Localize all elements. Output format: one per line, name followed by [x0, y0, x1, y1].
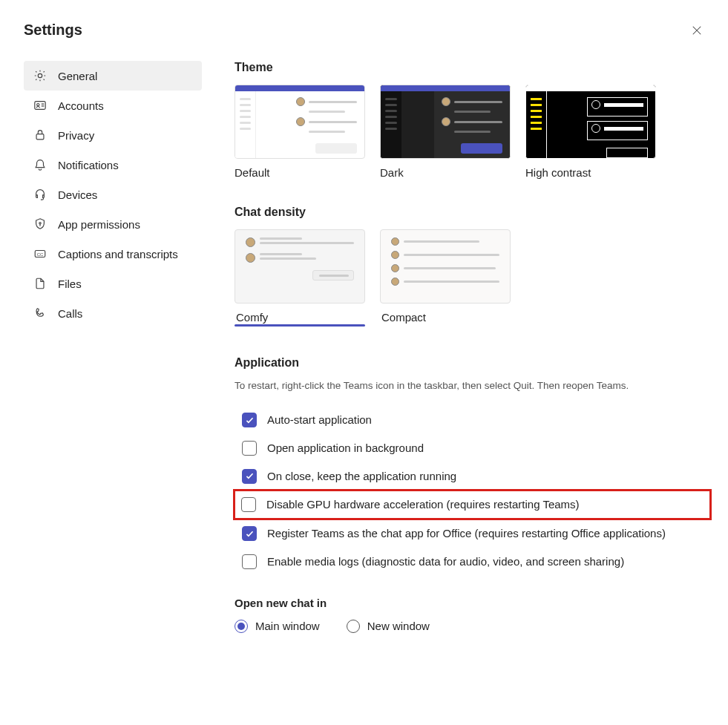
cc-icon: CC — [33, 246, 47, 261]
radio-icon — [235, 620, 248, 633]
application-section-title: Application — [235, 356, 710, 370]
checkbox-auto-start[interactable]: Auto-start application — [235, 406, 710, 434]
theme-option-dark[interactable]: Dark — [380, 85, 511, 179]
density-option-comfy[interactable]: Comfy — [235, 229, 365, 324]
density-label: Comfy — [235, 311, 365, 324]
settings-sidebar: General Accounts Privacy Notifications D… — [24, 61, 202, 633]
bell-icon — [33, 157, 47, 172]
id-card-icon — [33, 98, 47, 113]
theme-preview-high-contrast — [525, 85, 656, 159]
open-new-chat-title: Open new chat in — [235, 597, 710, 609]
checkbox-open-background[interactable]: Open application in background — [235, 434, 710, 462]
density-preview-compact — [380, 229, 511, 304]
sidebar-item-captions[interactable]: CC Captions and transcripts — [24, 239, 202, 269]
sidebar-item-label: Captions and transcripts — [58, 248, 178, 260]
density-label: Compact — [380, 311, 511, 324]
density-preview-comfy — [235, 229, 365, 304]
sidebar-item-label: Files — [58, 278, 82, 290]
sidebar-item-app-permissions[interactable]: App permissions — [24, 209, 202, 239]
radio-new-window[interactable]: New window — [347, 620, 430, 633]
theme-preview-dark — [380, 85, 511, 159]
theme-preview-default — [235, 85, 365, 159]
sidebar-item-label: App permissions — [58, 218, 140, 231]
sidebar-item-notifications[interactable]: Notifications — [24, 150, 202, 180]
shield-key-icon — [33, 217, 47, 232]
checkbox-label: On close, keep the application running — [267, 468, 456, 485]
sidebar-item-label: Devices — [58, 188, 97, 201]
close-icon — [692, 25, 702, 38]
radio-label: Main window — [255, 620, 320, 632]
svg-rect-3 — [36, 134, 44, 140]
checkbox-register-office[interactable]: Register Teams as the chat app for Offic… — [235, 519, 710, 548]
theme-label: Dark — [380, 166, 511, 179]
svg-rect-1 — [35, 102, 45, 110]
sidebar-item-privacy[interactable]: Privacy — [24, 120, 202, 150]
radio-icon — [347, 620, 360, 633]
close-button[interactable] — [689, 24, 704, 39]
sidebar-item-label: Accounts — [58, 99, 104, 112]
theme-label: High contrast — [525, 166, 656, 179]
gear-icon — [33, 68, 47, 83]
file-icon — [33, 276, 47, 291]
chat-density-section-title: Chat density — [235, 206, 710, 219]
sidebar-item-files[interactable]: Files — [24, 269, 202, 298]
checkbox-label: Auto-start application — [267, 412, 372, 428]
phone-icon — [33, 306, 47, 321]
sidebar-item-accounts[interactable]: Accounts — [24, 91, 202, 120]
headset-icon — [33, 187, 47, 202]
sidebar-item-label: Privacy — [58, 129, 94, 142]
sidebar-item-calls[interactable]: Calls — [24, 298, 202, 328]
checkbox-icon — [242, 469, 257, 484]
lock-icon — [33, 128, 47, 142]
checkbox-label: Open application in background — [267, 440, 424, 456]
svg-point-4 — [39, 222, 41, 223]
density-option-compact[interactable]: Compact — [380, 229, 511, 324]
svg-text:CC: CC — [37, 252, 43, 257]
checkbox-icon — [242, 554, 257, 569]
checkbox-keep-running[interactable]: On close, keep the application running — [235, 462, 710, 491]
application-hint: To restart, right-click the Teams icon i… — [235, 380, 710, 391]
sidebar-item-label: General — [58, 70, 97, 82]
sidebar-item-label: Notifications — [58, 159, 119, 171]
checkbox-icon — [242, 441, 257, 456]
checkbox-label: Disable GPU hardware acceleration (requi… — [266, 496, 580, 513]
checkbox-disable-gpu[interactable]: Disable GPU hardware acceleration (requi… — [233, 489, 712, 520]
checkbox-label: Register Teams as the chat app for Offic… — [267, 525, 666, 542]
sidebar-item-label: Calls — [58, 307, 82, 320]
svg-point-0 — [38, 73, 42, 77]
theme-section-title: Theme — [235, 61, 710, 74]
radio-main-window[interactable]: Main window — [235, 620, 320, 633]
checkbox-icon — [242, 526, 257, 541]
sidebar-item-devices[interactable]: Devices — [24, 180, 202, 209]
checkbox-label: Enable media logs (diagnostic data for a… — [267, 554, 624, 570]
checkbox-icon — [241, 497, 256, 512]
checkbox-icon — [242, 413, 257, 427]
sidebar-item-general[interactable]: General — [24, 61, 202, 91]
theme-option-high-contrast[interactable]: High contrast — [525, 85, 656, 179]
radio-label: New window — [367, 620, 430, 632]
theme-label: Default — [235, 166, 365, 179]
page-title: Settings — [24, 22, 82, 39]
theme-option-default[interactable]: Default — [235, 85, 365, 179]
svg-point-2 — [37, 103, 39, 105]
checkbox-media-logs[interactable]: Enable media logs (diagnostic data for a… — [235, 548, 710, 576]
